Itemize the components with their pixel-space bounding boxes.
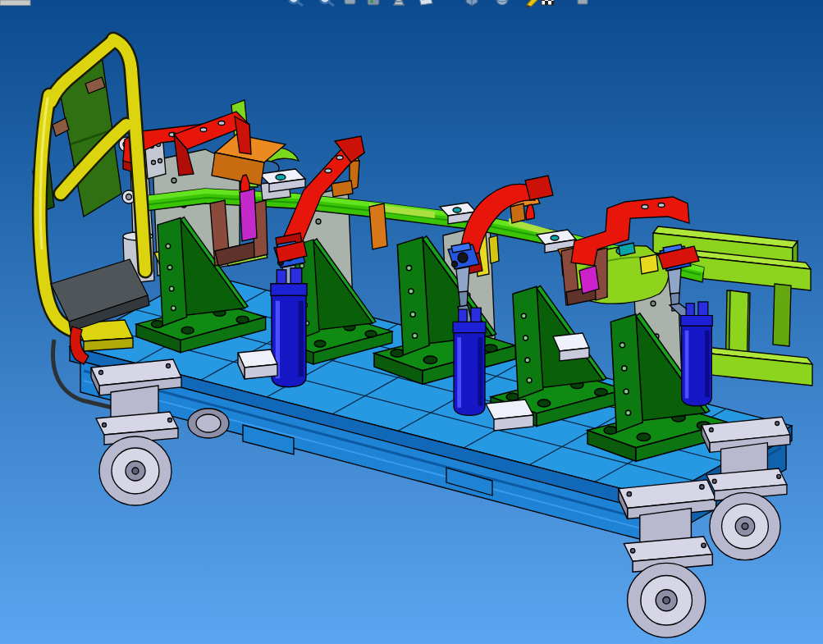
caster-right	[702, 417, 790, 560]
post-orange	[369, 203, 387, 249]
clip-yellow-3	[640, 254, 658, 274]
cylinder-blue-3	[681, 302, 713, 406]
white-block-1	[238, 349, 277, 379]
render-checker-icon[interactable]	[542, 0, 554, 5]
select-icon[interactable]	[368, 0, 379, 5]
toolbar-button-fragment[interactable]	[0, 0, 30, 6]
caster-bottom-center	[619, 480, 716, 637]
cad-window	[0, 0, 823, 644]
annotate-icon[interactable]	[394, 0, 404, 5]
clip-yellow-2	[489, 235, 499, 263]
block-magenta-1	[240, 189, 257, 241]
block-magenta-2	[579, 266, 599, 294]
viewport-canvas[interactable]	[0, 0, 823, 644]
caster-front-left	[91, 359, 181, 505]
caster-rear-left[interactable]	[188, 409, 229, 438]
tool-icon[interactable]	[578, 0, 588, 4]
pan-hand-icon[interactable]	[345, 0, 355, 4]
cylinder-blue-2	[453, 308, 486, 415]
